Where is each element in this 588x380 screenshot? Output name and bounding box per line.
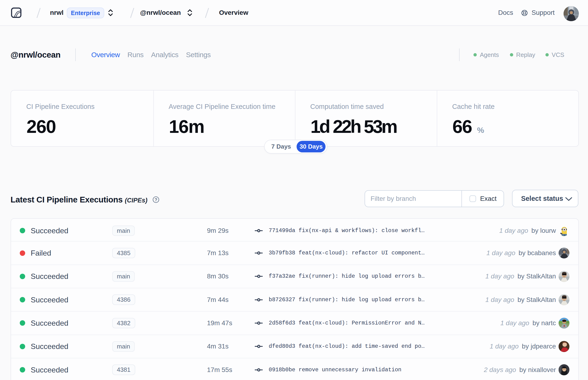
svg-text:?: ? — [154, 197, 157, 202]
